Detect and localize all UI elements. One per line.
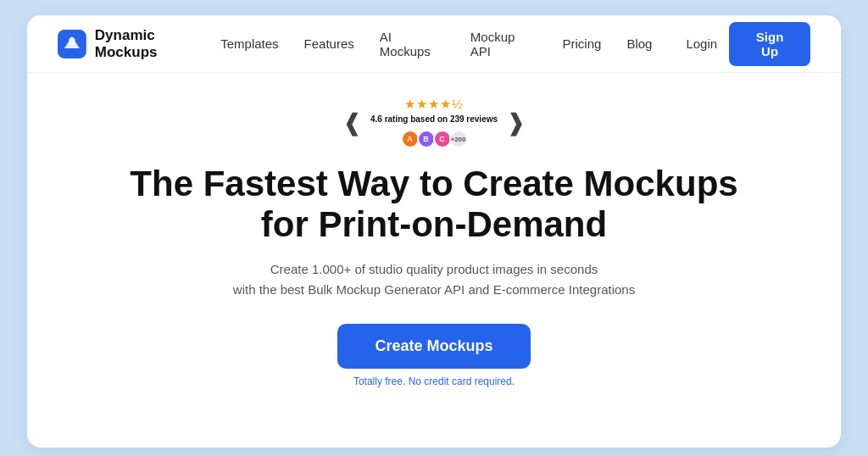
hero-headline: The Fastest Way to Create Mockups for Pr… (130, 164, 737, 246)
cta-note: Totally free. No credit card required. (353, 375, 515, 387)
rating-number: 4.6 (370, 114, 382, 124)
create-mockups-button[interactable]: Create Mockups (337, 324, 530, 369)
subheadline-line2: with the best Bulk Mockup Generator API … (233, 282, 635, 297)
signup-button[interactable]: Sign Up (729, 22, 810, 66)
rating-label: rating based on (385, 114, 450, 124)
nav-pricing[interactable]: Pricing (563, 36, 602, 51)
laurel-left: ❰ (342, 111, 362, 135)
logo-text: Dynamic Mockups (95, 27, 220, 61)
headline-line1: The Fastest Way to Create Mockups (130, 164, 737, 203)
navbar: Dynamic Mockups Templates Features AI Mo… (27, 15, 841, 73)
avatars-row: A B C +200 (401, 130, 468, 148)
page-wrapper: Dynamic Mockups Templates Features AI Mo… (27, 0, 841, 456)
nav-mockup-api[interactable]: Mockup API (470, 30, 537, 58)
nav-actions: Login Sign Up (686, 22, 810, 66)
rating-inner: ★★★★½ 4.6 rating based on 239 reviews A … (370, 97, 498, 148)
nav-ai-mockups[interactable]: AI Mockups (380, 30, 445, 58)
stars: ★★★★½ (404, 97, 464, 112)
laurel-wrapper: ❰ ★★★★½ 4.6 rating based on 239 reviews … (342, 97, 526, 148)
hero-subheadline: Create 1.000+ of studio quality product … (233, 259, 635, 300)
nav-features[interactable]: Features (304, 36, 354, 51)
avatar-more: +200 (449, 130, 468, 148)
review-count: 239 reviews (450, 114, 498, 124)
logo-icon (58, 30, 86, 58)
rating-badge: ❰ ★★★★½ 4.6 rating based on 239 reviews … (342, 97, 526, 148)
headline-line2: for Print-on-Demand (261, 204, 607, 244)
login-button[interactable]: Login (686, 36, 717, 51)
nav-links: Templates Features AI Mockups Mockup API… (220, 30, 652, 58)
subheadline-line1: Create 1.000+ of studio quality product … (270, 262, 598, 276)
hero-section: ❰ ★★★★½ 4.6 rating based on 239 reviews … (27, 73, 841, 387)
svg-point-1 (69, 37, 75, 44)
rating-text: 4.6 rating based on 239 reviews (370, 114, 498, 124)
laurel-right: ❱ (506, 111, 526, 135)
logo[interactable]: Dynamic Mockups (58, 27, 220, 61)
nav-templates[interactable]: Templates (220, 36, 278, 51)
cta-area: Create Mockups Totally free. No credit c… (337, 324, 530, 387)
nav-blog[interactable]: Blog (626, 36, 652, 51)
main-card: Dynamic Mockups Templates Features AI Mo… (27, 15, 841, 448)
